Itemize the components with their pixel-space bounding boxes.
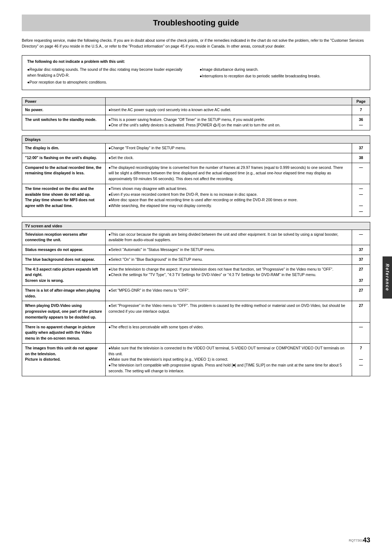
solution-text: ●Set "MPEG-DNR" in the Video menu to "OF… — [109, 288, 189, 292]
solution-text: ●Make sure that the television is connec… — [109, 346, 344, 373]
page-ref: — — [359, 325, 363, 329]
reference-tab: Reference — [383, 256, 392, 299]
problem-text: Status messages do not appear. — [25, 247, 83, 252]
solution-text: ●The displayed recording/play time is co… — [109, 165, 343, 181]
solution-text: ●Set "Progressive" in the Video menu to … — [109, 303, 345, 313]
solution-text: ●This can occur because the signals are … — [109, 232, 338, 242]
page-title-section: Troubleshooting guide — [22, 15, 370, 31]
problem-text: The blue background does not appear. — [25, 257, 95, 262]
model-number: RQT7301 — [349, 539, 363, 542]
page-header: Page — [352, 97, 370, 105]
problem-text: Television reception worsens after conne… — [25, 232, 87, 242]
table-row: No power. ●Insert the AC power supply co… — [22, 105, 370, 115]
solution-text: ●Select "On" in "Blue Background" in the… — [109, 257, 203, 262]
page-ref: 36— — [359, 117, 363, 127]
power-section: Power Page No power. ●Insert the AC powe… — [22, 97, 370, 130]
notice-col-1: ●Regular disc rotating sounds. The sound… — [27, 66, 192, 86]
solution-text: ●This is a power saving feature. Change … — [109, 117, 280, 127]
solution-text: ●The effect is less perceivable with som… — [109, 325, 204, 329]
notice-col2-item1: ●Image disturbance during search. — [200, 66, 365, 73]
table-row: There is no apparent change in picture q… — [22, 322, 370, 343]
page-ref: 37 — [359, 257, 363, 262]
table-row: The 4:3 aspect ratio picture expands lef… — [22, 264, 370, 285]
power-header: Power — [22, 97, 106, 105]
problem-text: "12:00" is flashing on the unit's displa… — [25, 155, 97, 160]
page-ref: 38 — [359, 155, 363, 160]
page-ref: 7—— — [359, 346, 363, 367]
table-row: "12:00" is flashing on the unit's displa… — [22, 153, 370, 163]
page-ref: 37 — [359, 146, 363, 150]
solution-text: ●Change "Front Display" in the SETUP men… — [109, 146, 186, 150]
displays-section: Displays The display is dim. ●Change "Fr… — [22, 135, 370, 217]
page-ref: — — [359, 232, 363, 236]
solution-header — [106, 97, 352, 105]
page-ref: 37 — [359, 247, 363, 252]
notice-col-2: ●Image disturbance during search. ●Inter… — [200, 66, 365, 86]
problem-text: No power. — [25, 108, 43, 112]
table-row: The images from this unit do not appear … — [22, 343, 370, 376]
displays-header: Displays — [22, 136, 370, 143]
table-row: Television reception worsens after conne… — [22, 230, 370, 245]
notice-col1-item2: ●Poor reception due to atmospheric condi… — [27, 79, 192, 85]
problem-text: When playing DVD-Video using progressive… — [25, 303, 102, 319]
problem-text: The 4:3 aspect ratio picture expands lef… — [25, 267, 98, 283]
problem-text: The display is dim. — [25, 146, 59, 150]
solution-text: ●Use the television to change the aspect… — [109, 267, 333, 277]
tv-section: TV screen and video Television reception… — [22, 222, 370, 376]
notice-title: The following do not indicate a problem … — [27, 59, 365, 64]
solution-text: ●Times shown may disagree with actual ti… — [109, 186, 298, 208]
notice-col1-item1: ●Regular disc rotating sounds. The sound… — [27, 66, 192, 79]
page-ref: 7 — [360, 108, 362, 112]
solution-text: ●Select "Automatic" in "Status Messages"… — [109, 247, 215, 252]
page-ref: 2737 — [359, 267, 363, 283]
page-ref: — — [359, 165, 363, 170]
table-row: When playing DVD-Video using progressive… — [22, 301, 370, 322]
table-row: The time recorded on the disc and the av… — [22, 184, 370, 216]
page-number: 43 — [363, 536, 370, 544]
problem-text: There is a lot of after-image when playi… — [25, 288, 100, 298]
problem-text: The images from this unit do not appear … — [25, 346, 98, 362]
problem-text: Compared to the actual recorded time, th… — [25, 165, 102, 175]
page-ref: 27 — [359, 288, 363, 292]
notice-box: The following do not indicate a problem … — [22, 55, 370, 90]
table-row: Status messages do not appear. ●Select "… — [22, 245, 370, 255]
table-row: The display is dim. ●Change "Front Displ… — [22, 143, 370, 153]
problem-text: There is no apparent change in picture q… — [25, 325, 95, 341]
table-row: The unit switches to the standby mode. ●… — [22, 115, 370, 130]
solution-text: ●Set the clock. — [109, 155, 134, 160]
page-ref: 27 — [359, 303, 363, 308]
tv-header: TV screen and video — [22, 222, 370, 230]
table-row: Compared to the actual recorded time, th… — [22, 163, 370, 184]
notice-col2-item2: ●Interruptions to reception due to perio… — [200, 73, 365, 79]
table-row: The blue background does not appear. ●Se… — [22, 255, 370, 264]
table-row: There is a lot of after-image when playi… — [22, 285, 370, 301]
solution-text: ●Insert the AC power supply cord securel… — [109, 108, 231, 112]
page-title: Troubleshooting guide — [153, 18, 239, 27]
page-ref: ———— — [359, 186, 363, 214]
problem-text: The unit switches to the standby mode. — [25, 117, 97, 122]
intro-text: Before requesting service, make the foll… — [22, 38, 370, 49]
problem-text: The time recorded on the disc and the av… — [25, 186, 94, 208]
